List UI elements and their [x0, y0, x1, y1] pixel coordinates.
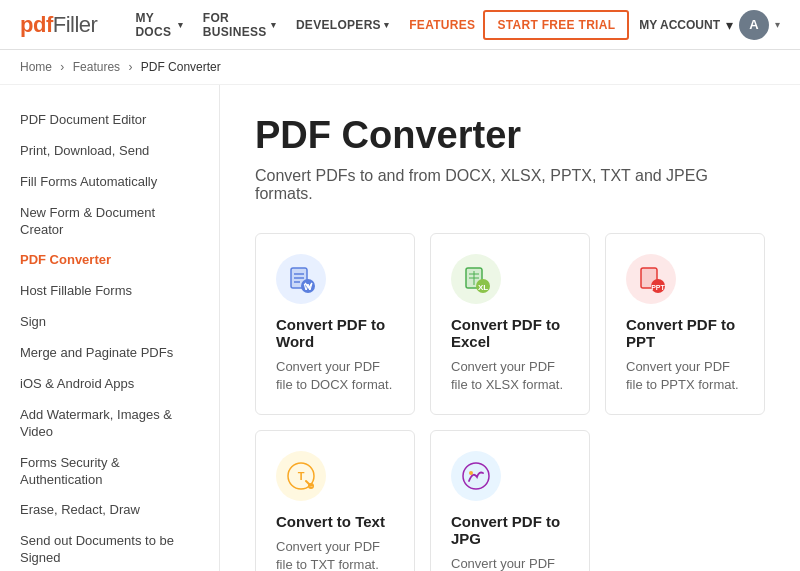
card-text-title: Convert to Text — [276, 513, 394, 530]
chevron-down-icon: ▾ — [726, 17, 733, 33]
sidebar-item-forms-security[interactable]: Forms Security & Authentication — [0, 448, 219, 496]
card-jpg-desc: Convert your PDF file to JPEG format. — [451, 555, 569, 571]
sidebar-item-mobile-apps[interactable]: iOS & Android Apps — [0, 369, 219, 400]
chevron-down-icon: ▾ — [178, 20, 183, 30]
svg-point-23 — [469, 471, 473, 475]
sidebar-item-print-download[interactable]: Print, Download, Send — [0, 136, 219, 167]
nav-features[interactable]: FEATURES — [401, 12, 483, 38]
card-convert-excel[interactable]: XL Convert PDF to Excel Convert your PDF… — [430, 233, 590, 415]
sidebar-item-merge[interactable]: Merge and Paginate PDFs — [0, 338, 219, 369]
sidebar-item-form-creator[interactable]: New Form & Document Creator — [0, 198, 219, 246]
sidebar-item-watermark[interactable]: Add Watermark, Images & Video — [0, 400, 219, 448]
sidebar-item-host-forms[interactable]: Host Fillable Forms — [0, 276, 219, 307]
breadcrumb-home[interactable]: Home — [20, 60, 52, 74]
page-title: PDF Converter — [255, 115, 765, 157]
card-convert-ppt[interactable]: PPT Convert PDF to PPT Convert your PDF … — [605, 233, 765, 415]
sidebar-item-fill-forms[interactable]: Fill Forms Automatically — [0, 167, 219, 198]
main-layout: PDF Document Editor Print, Download, Sen… — [0, 85, 800, 571]
header: pdfFiller MY DOCS ▾ FOR BUSINESS ▾ DEVEL… — [0, 0, 800, 50]
sidebar-item-pdf-editor[interactable]: PDF Document Editor — [0, 105, 219, 136]
svg-text:PPT: PPT — [651, 284, 665, 291]
sidebar: PDF Document Editor Print, Download, Sen… — [0, 85, 220, 571]
card-word-title: Convert PDF to Word — [276, 316, 394, 350]
nav-for-business[interactable]: FOR BUSINESS ▾ — [195, 5, 284, 45]
main-content: PDF Converter Convert PDFs to and from D… — [220, 85, 800, 571]
card-text-desc: Convert your PDF file to TXT format. — [276, 538, 394, 571]
svg-text:XL: XL — [478, 283, 488, 292]
breadcrumb-current: PDF Converter — [141, 60, 221, 74]
nav-my-docs[interactable]: MY DOCS ▾ — [127, 5, 190, 45]
svg-text:T: T — [298, 470, 305, 482]
chevron-down-icon: ▾ — [271, 20, 276, 30]
sidebar-item-sign[interactable]: Sign — [0, 307, 219, 338]
text-icon: T → — [276, 451, 326, 501]
excel-icon: XL — [451, 254, 501, 304]
nav-developers[interactable]: DEVELOPERS ▾ — [288, 12, 397, 38]
chevron-down-icon: ▾ — [775, 19, 780, 30]
logo[interactable]: pdfFiller — [20, 12, 97, 38]
card-jpg-title: Convert PDF to JPG — [451, 513, 569, 547]
start-trial-button[interactable]: START FREE TRIAL — [483, 10, 629, 40]
card-excel-desc: Convert your PDF file to XLSX format. — [451, 358, 569, 394]
card-convert-text[interactable]: T → Convert to Text Convert your PDF fil… — [255, 430, 415, 571]
word-icon: W — [276, 254, 326, 304]
breadcrumb: Home › Features › PDF Converter — [0, 50, 800, 85]
sidebar-item-pdf-converter[interactable]: PDF Converter — [0, 245, 219, 276]
svg-text:→: → — [309, 483, 314, 489]
card-ppt-desc: Convert your PDF file to PPTX format. — [626, 358, 744, 394]
ppt-icon: PPT — [626, 254, 676, 304]
cards-row-1: W Convert PDF to Word Convert your PDF f… — [255, 233, 765, 415]
card-convert-word[interactable]: W Convert PDF to Word Convert your PDF f… — [255, 233, 415, 415]
sidebar-item-erase[interactable]: Erase, Redact, Draw — [0, 495, 219, 526]
card-ppt-title: Convert PDF to PPT — [626, 316, 744, 350]
sidebar-item-send-docs[interactable]: Send out Documents to be Signed — [0, 526, 219, 571]
breadcrumb-features[interactable]: Features — [73, 60, 120, 74]
main-nav: MY DOCS ▾ FOR BUSINESS ▾ DEVELOPERS ▾ FE… — [127, 5, 483, 45]
my-account-area[interactable]: MY ACCOUNT ▾ A ▾ — [639, 10, 780, 40]
card-excel-title: Convert PDF to Excel — [451, 316, 569, 350]
cards-row-2: T → Convert to Text Convert your PDF fil… — [255, 430, 765, 571]
card-convert-jpg[interactable]: Convert PDF to JPG Convert your PDF file… — [430, 430, 590, 571]
chevron-down-icon: ▾ — [384, 20, 389, 30]
page-subtitle: Convert PDFs to and from DOCX, XLSX, PPT… — [255, 167, 765, 203]
jpg-icon — [451, 451, 501, 501]
avatar: A — [739, 10, 769, 40]
card-word-desc: Convert your PDF file to DOCX format. — [276, 358, 394, 394]
